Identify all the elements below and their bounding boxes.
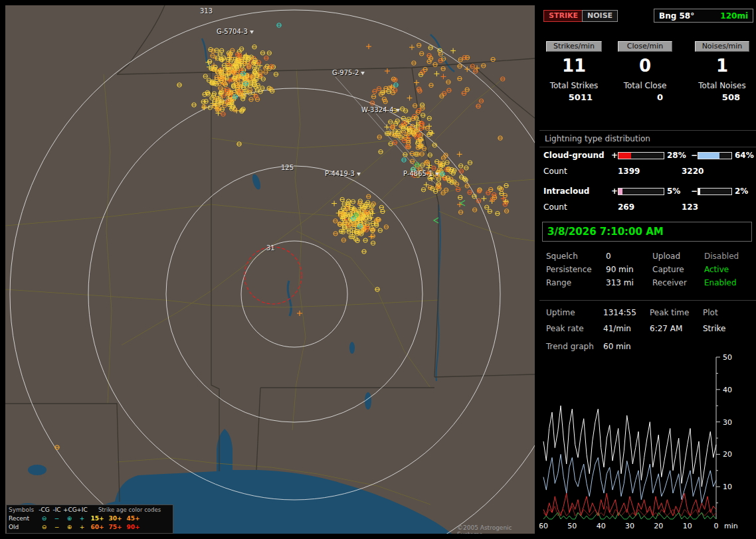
status-cell: Disabled [704,250,739,263]
storm-cell-label[interactable]: G-5704-3 [217,28,254,35]
legend-symbols-title: Symbols [9,506,38,514]
legend-age-code: 30+ [106,514,124,523]
status-row: Persistence90 minCaptureActive [539,263,756,276]
bearing-range-display: Bng 58° 120mi [654,9,753,23]
copyright-text: ©2005 Astrogenic Systems [457,524,535,534]
trend-graph-header: Trend graph 60 min [539,340,756,353]
negative-percent: 64% [735,151,754,160]
distribution-section: Lightning type distribution Cloud-ground… [539,130,756,221]
minus-sign: − [691,187,698,196]
stats-cell: 6:27 AM [650,322,682,335]
bearing-value: Bng 58° [659,11,694,21]
svg-text:10: 10 [723,483,732,491]
legend-column-header: -IC [50,506,63,514]
total-value: 0 [618,92,672,102]
distribution-count-row: Count269123 [539,202,756,213]
legend-column-header: +CG [63,506,76,514]
positive-count: 1399 [618,167,640,176]
storm-cell-name: G-5704-3 [217,28,248,35]
status-cell: 90 min [606,263,634,276]
ring-distance-label: 31 [266,244,275,252]
nexstorm-app: Symbols-CG-IC+CG+ICStrike age color code… [0,0,756,539]
legend-age-code: 60+ [88,523,106,532]
total-value: 508 [695,92,749,102]
stats-cell: 41/min [603,322,631,335]
positive-percent: 28% [667,151,686,160]
stats-row: Peak rate41/min6:27 AMStrike [539,322,756,335]
rate-label-button[interactable]: Noises/min [695,41,749,52]
status-row: Squelch0UploadDisabled [539,250,756,263]
rate-column: Strikes/min11Total Strikes5011 [546,41,602,102]
storm-cell-label[interactable]: W-3324-4 [361,106,400,114]
svg-text:min: min [724,522,738,530]
svg-text:40: 40 [723,386,732,394]
trend-graph-duration: 60 min [603,340,631,353]
rate-label-button[interactable]: Strikes/min [546,41,602,52]
trend-series-cg_neg [543,454,716,502]
stats-cell: Peak time [650,306,689,319]
rate-label-button[interactable]: Close/min [618,41,672,52]
negative-count: 123 [682,202,698,212]
ring-distance-label: 125 [281,164,294,171]
cell-pointer-icon [357,173,361,176]
rate-value: 1 [695,56,749,77]
total-label: Total Close [618,81,672,90]
storm-cell-label[interactable]: P-4865-1 [403,170,439,177]
legend-row: Old⊖−⊕+60+75+90+ [9,523,171,532]
distribution-type-label: Intracloud [543,187,589,196]
status-cell: 313 mi [606,276,634,289]
status-cell: Upload [652,250,680,263]
legend-symbol-icon: − [50,523,63,532]
svg-text:40: 40 [597,522,606,530]
total-value: 5011 [546,92,602,102]
negative-percent: 2% [735,187,748,196]
positive-bar [618,188,664,195]
count-label: Count [543,167,567,176]
rate-value: 0 [618,56,672,77]
legend-age-code: 90+ [124,523,142,532]
storm-cell-name: P-4865-1 [403,170,433,177]
storm-cell-label[interactable]: G-975-2 [332,69,365,76]
status-cell: Active [704,263,729,276]
legend-symbol-icon: ⊖ [38,523,50,532]
status-cell: Range [546,276,571,289]
distribution-title: Lightning type distribution [545,134,650,143]
rate-column: Close/min0Total Close0 [618,41,672,102]
svg-text:30: 30 [625,522,634,530]
distribution-count-row: Count13993220 [539,167,756,177]
cell-pointer-icon [361,72,365,75]
rate-column: Noises/min1Total Noises508 [695,41,749,102]
rates-section: Strikes/min11Total Strikes5011Close/min0… [539,41,756,116]
strike-button[interactable]: STRIKE [543,10,583,22]
count-label: Count [543,202,567,212]
svg-text:60: 60 [539,522,548,530]
status-row: Range313 miReceiverEnabled [539,276,756,289]
status-cell: 0 [606,250,611,263]
range-value: 120mi [720,11,748,21]
distribution-row: Cloud-ground+28%−64% [539,151,756,161]
minus-sign: − [691,151,698,160]
stats-cell: Plot [703,306,718,319]
legend-row-label: Old [9,523,38,532]
legend-age-code: 45+ [124,514,142,523]
positive-bar [618,152,664,159]
map-base [5,5,535,534]
svg-text:10: 10 [683,522,692,530]
control-panel: STRIKE NOISE Bng 58° 120mi Strikes/min11… [539,0,756,539]
legend-symbol-icon: + [76,514,88,523]
legend-column-header: -CG [38,506,50,514]
storm-cell-label[interactable]: P-4419-3 [325,170,361,177]
cell-pointer-icon [250,31,254,34]
negative-bar [698,188,732,195]
legend-column-header: +IC [76,506,88,514]
legend-symbol-icon: + [76,523,88,532]
status-cell: Receiver [652,276,687,289]
noise-button[interactable]: NOISE [582,10,618,22]
legend-row-label: Recent [9,514,38,523]
positive-count: 269 [618,202,634,212]
legend-age-code: 75+ [106,523,124,532]
status-cell: Enabled [704,276,737,289]
status-cell: Squelch [546,250,578,263]
strike-legend: Symbols-CG-IC+CG+ICStrike age color code… [6,504,173,534]
lightning-map[interactable]: Symbols-CG-IC+CG+ICStrike age color code… [5,5,535,534]
